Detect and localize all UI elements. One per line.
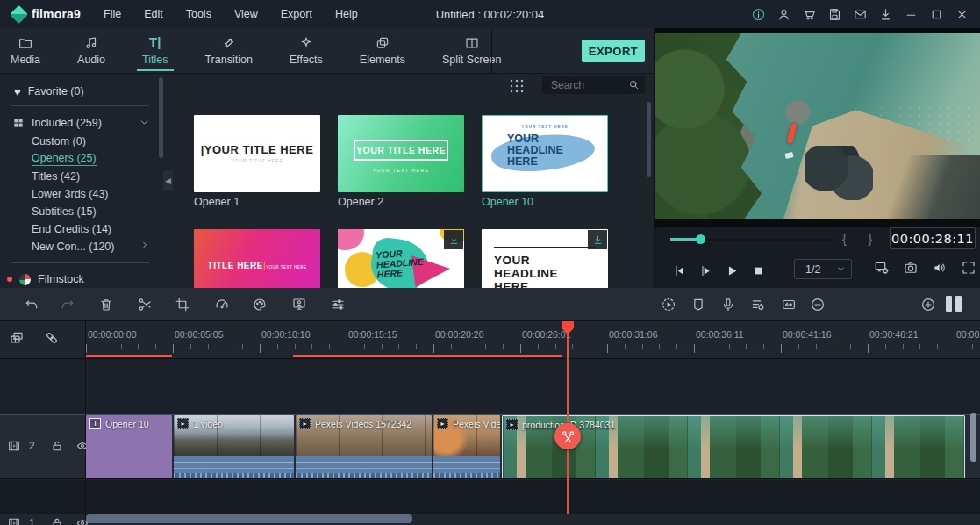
video-viewer[interactable] xyxy=(655,28,980,227)
menu-edit[interactable]: Edit xyxy=(144,8,163,20)
feedback-mail-icon[interactable] xyxy=(853,7,868,22)
zoom-out-button[interactable] xyxy=(810,297,827,314)
timeline-ruler[interactable]: 00:00:00:00 00:00:05:05 00:00:10:10 00:0… xyxy=(86,321,980,355)
search-icon[interactable] xyxy=(628,79,640,90)
adjust-sliders-button[interactable] xyxy=(330,297,347,314)
download-badge[interactable] xyxy=(588,230,607,249)
template-thumb[interactable]: YOUR HEADLINE HERE xyxy=(482,229,608,288)
tab-transition[interactable]: Transition xyxy=(201,28,255,73)
menu-tools[interactable]: Tools xyxy=(186,8,211,20)
sidebar-item-favorite[interactable]: ♥ Favorite (0) xyxy=(14,83,84,100)
prev-frame-button[interactable] xyxy=(666,263,692,278)
download-badge[interactable] xyxy=(444,230,463,249)
link-icon[interactable] xyxy=(44,330,60,346)
sidebar-item-end-credits[interactable]: End Credits (14) xyxy=(32,220,111,238)
tab-elements[interactable]: Elements xyxy=(356,28,409,73)
beach-towel xyxy=(784,152,793,159)
track-1-row[interactable] xyxy=(0,480,980,514)
next-frame-button[interactable] xyxy=(692,263,719,278)
download-icon xyxy=(448,234,460,246)
fullscreen-icon[interactable] xyxy=(961,260,976,276)
timeline-horizontal-scrollbar[interactable] xyxy=(86,514,412,523)
stop-button[interactable] xyxy=(745,263,771,278)
tab-effects[interactable]: Effects xyxy=(286,28,326,73)
sidebar-item-titles[interactable]: Titles (42) xyxy=(32,168,80,185)
template-thumb[interactable]: TITLE HERE|YOUR TEXT HERE xyxy=(194,229,320,288)
template-thumb-opener-1[interactable]: |YOUR TITLE HERE YOUR TITLE HERE xyxy=(194,115,320,192)
download-icon[interactable] xyxy=(878,7,893,22)
zoom-in-button[interactable] xyxy=(920,297,938,314)
delete-button[interactable] xyxy=(98,297,116,314)
redo-button[interactable] xyxy=(60,297,77,314)
template-thumb[interactable]: YOUR HEADLINE HERE xyxy=(338,229,464,288)
template-thumb-opener-2[interactable]: YOUR TITLE HERE YOUR TEXT HERE xyxy=(338,115,464,192)
track-row-empty[interactable] xyxy=(0,358,980,414)
lock-open-icon[interactable] xyxy=(50,439,64,453)
sidebar-collapse-handle[interactable]: ◀ xyxy=(163,170,173,191)
search-input[interactable] xyxy=(542,79,628,91)
split-at-playhead-button[interactable] xyxy=(554,423,581,449)
sidebar-item-custom[interactable]: Custom (0) xyxy=(32,133,86,150)
grid-view-icon[interactable] xyxy=(509,78,524,93)
tab-media[interactable]: Media xyxy=(7,28,44,73)
minimize-button[interactable] xyxy=(904,7,919,22)
display-settings-icon[interactable] xyxy=(874,260,890,276)
tab-split-screen[interactable]: Split Screen xyxy=(439,28,504,73)
speed-button[interactable] xyxy=(214,297,232,314)
scrubber-handle[interactable] xyxy=(696,234,705,244)
preview-quality-dropdown[interactable]: 1/2 xyxy=(794,259,852,279)
voiceover-mic-button[interactable] xyxy=(720,297,738,314)
chevron-down-icon[interactable] xyxy=(139,117,150,128)
color-palette-button[interactable] xyxy=(252,297,269,314)
marker-button[interactable] xyxy=(690,297,708,314)
track-header-column: 2 1 xyxy=(0,321,86,525)
playhead-line[interactable] xyxy=(567,321,569,514)
lock-open-icon[interactable] xyxy=(50,516,64,525)
library-scrollbar[interactable] xyxy=(647,102,651,177)
add-track-icon[interactable] xyxy=(9,330,25,346)
play-button[interactable] xyxy=(719,263,745,278)
menu-view[interactable]: View xyxy=(234,8,258,20)
sidebar-item-subtitles[interactable]: Subtitles (15) xyxy=(32,203,97,220)
sidebar-item-lower-3rds[interactable]: Lower 3rds (43) xyxy=(32,185,109,203)
info-icon[interactable] xyxy=(751,7,766,22)
audio-mixer-button[interactable] xyxy=(750,297,768,314)
menu-export[interactable]: Export xyxy=(281,8,312,20)
template-thumb-opener-10-selected[interactable]: YOUR TEXT HERE YOUR HEADLINE HERE xyxy=(482,115,608,192)
snapshot-camera-icon[interactable] xyxy=(903,260,919,276)
sidebar-item-new-content[interactable]: New Con... (120) xyxy=(32,238,114,255)
close-button[interactable] xyxy=(955,7,969,22)
account-icon[interactable] xyxy=(776,7,791,22)
tab-titles[interactable]: T| Titles xyxy=(139,28,171,73)
export-button[interactable]: EXPORT xyxy=(582,40,645,62)
sidebar-scrollbar[interactable] xyxy=(159,77,163,158)
titles-category-sidebar: ♥ Favorite (0) Included (259) Custom (0)… xyxy=(0,74,174,288)
maximize-button[interactable] xyxy=(929,7,944,22)
sidebar-item-included[interactable]: Included (259) xyxy=(12,114,102,132)
menu-help[interactable]: Help xyxy=(335,8,358,20)
sidebar-item-openers[interactable]: Openers (25) xyxy=(32,150,97,168)
zoom-to-fit-button[interactable] xyxy=(781,297,798,314)
clip-opener-10[interactable]: TOpener 10 xyxy=(86,415,172,478)
save-icon[interactable] xyxy=(827,7,842,22)
video-track-icon xyxy=(7,516,21,525)
track-panels-button[interactable] xyxy=(946,296,963,313)
cart-icon[interactable] xyxy=(802,7,817,22)
split-scissors-button[interactable] xyxy=(137,297,154,314)
clip-pexels-video[interactable]: ▸Pexels Vide xyxy=(433,415,500,478)
chevron-right-icon[interactable] xyxy=(139,240,150,250)
menu-file[interactable]: File xyxy=(104,8,121,20)
ruler-ticks-major xyxy=(86,344,980,353)
advanced-edit-button[interactable] xyxy=(291,297,309,314)
clip-1-video[interactable]: ▸1 video xyxy=(174,415,294,478)
timecode-display[interactable]: 00:00:28:11 xyxy=(890,227,976,249)
volume-icon[interactable] xyxy=(932,260,948,276)
timeline-vertical-scrollbar[interactable] xyxy=(970,413,976,462)
sidebar-item-filmstock[interactable]: Filmstock xyxy=(7,270,84,288)
mark-in-out-brackets[interactable]: { } xyxy=(842,231,881,246)
render-preview-button[interactable] xyxy=(661,297,678,314)
crop-button[interactable] xyxy=(175,297,192,314)
clip-pexels-videos-1572342[interactable]: ▸Pexels Videos 1572342 xyxy=(296,415,432,478)
tab-audio[interactable]: Audio xyxy=(74,28,109,73)
undo-button[interactable] xyxy=(24,297,41,314)
